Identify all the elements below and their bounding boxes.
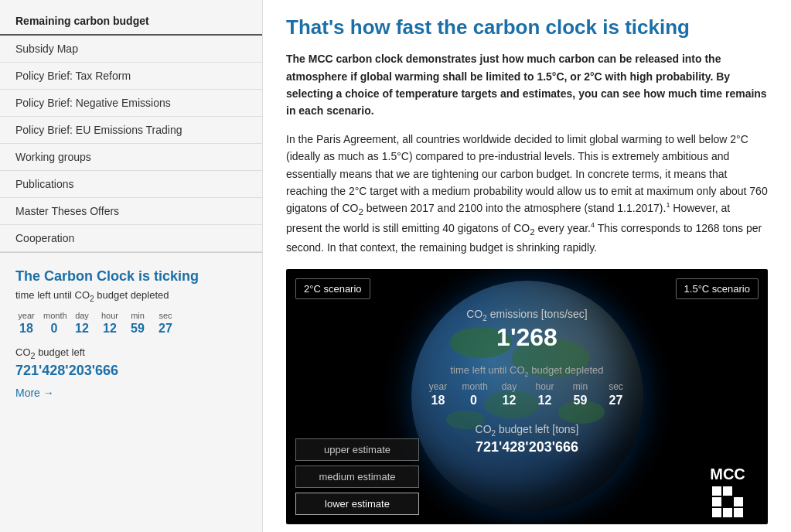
main-title: That's how fast the carbon clock is tick… xyxy=(286,15,768,39)
sidebar-time-label-hour: hour xyxy=(99,311,121,320)
lower-estimate-button[interactable]: lower estimate xyxy=(295,493,419,515)
scenario-2c-button[interactable]: 2°C scenario xyxy=(295,278,370,299)
sidebar-budget-label: CO2 budget left xyxy=(15,346,250,360)
mcc-logo: MCC xyxy=(697,469,759,515)
sidebar-item-cooperation[interactable]: Cooperation xyxy=(0,225,262,252)
sidebar-item-remaining-carbon-budget[interactable]: Remaining carbon budget xyxy=(0,8,262,36)
sidebar-time-value-sec: 27 xyxy=(155,322,176,336)
sidebar-item-policy-brief-negative[interactable]: Policy Brief: Negative Emissions xyxy=(0,90,262,117)
mcc-squares-icon xyxy=(712,486,743,517)
sidebar-time-label-day: day xyxy=(71,311,93,320)
sidebar-time-value-year: 18 xyxy=(15,322,37,336)
sidebar-time-label-sec: sec xyxy=(155,311,176,320)
sidebar-time-label-min: min xyxy=(127,311,148,320)
body-text: In the Paris Agreement, all countries wo… xyxy=(286,131,768,257)
sidebar-time-value-min: 59 xyxy=(127,322,148,336)
earth-globe xyxy=(411,281,643,513)
sidebar: Remaining carbon budgetSubsidy MapPolicy… xyxy=(0,0,263,532)
intro-text: The MCC carbon clock demonstrates just h… xyxy=(286,50,768,120)
clock-visualization: 2°C scenario 1.5°C scenario CO2 emission… xyxy=(286,269,768,524)
medium-estimate-button[interactable]: medium estimate xyxy=(295,466,419,488)
sidebar-clock-subtitle: time left until CO2 budget depleted xyxy=(15,289,250,303)
sidebar-item-publications[interactable]: Publications xyxy=(0,171,262,198)
sidebar-clock-section: The Carbon Clock is ticking time left un… xyxy=(0,253,262,407)
sidebar-budget-value: 721'428'203'666 xyxy=(15,363,250,379)
sidebar-item-policy-brief-tax[interactable]: Policy Brief: Tax Reform xyxy=(0,63,262,90)
sidebar-item-working-groups[interactable]: Working groups xyxy=(0,144,262,171)
sidebar-item-policy-brief-eu[interactable]: Policy Brief: EU Emissions Trading xyxy=(0,117,262,144)
sidebar-item-master-theses[interactable]: Master Theses Offers xyxy=(0,198,262,225)
sidebar-time-label-month: month xyxy=(43,311,65,320)
sidebar-time-value-month: 0 xyxy=(43,322,65,336)
sidebar-item-subsidy-map[interactable]: Subsidy Map xyxy=(0,36,262,63)
sidebar-time-value-day: 12 xyxy=(71,322,93,336)
sidebar-clock-labels: yearmonthdayhourminsec xyxy=(15,311,250,320)
more-link[interactable]: More → xyxy=(15,387,54,399)
estimate-buttons: upper estimate medium estimate lower est… xyxy=(295,438,419,515)
sidebar-clock-title: The Carbon Clock is ticking xyxy=(15,268,250,285)
sidebar-time-value-hour: 12 xyxy=(99,322,121,336)
main-content: That's how fast the carbon clock is tick… xyxy=(263,0,791,532)
sidebar-clock-values: 18012125927 xyxy=(15,322,250,336)
scenario-15c-button[interactable]: 1.5°C scenario xyxy=(676,278,759,299)
sidebar-nav: Remaining carbon budgetSubsidy MapPolicy… xyxy=(0,0,262,253)
upper-estimate-button[interactable]: upper estimate xyxy=(295,438,419,461)
sidebar-time-label-year: year xyxy=(15,311,37,320)
mcc-text: MCC xyxy=(710,466,745,483)
